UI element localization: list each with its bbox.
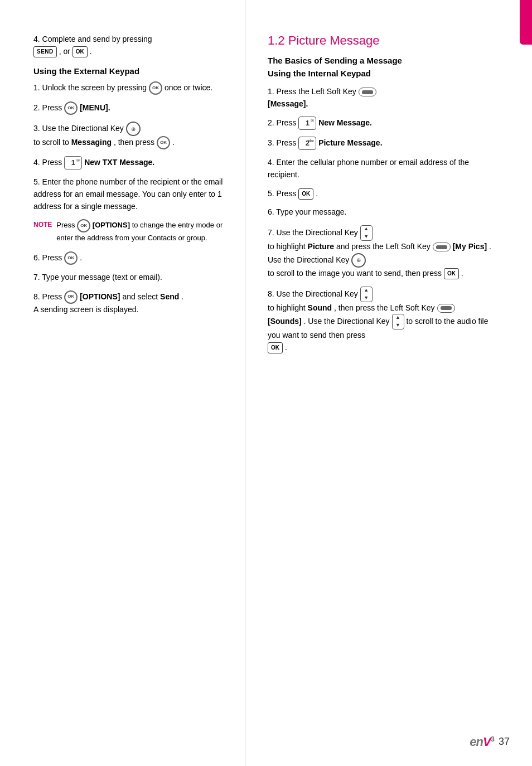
- ok-btn-step5: OK: [298, 188, 313, 200]
- ok-circle-icon-3: OK: [157, 136, 170, 149]
- internal-keypad-title: Using the Internal Keypad: [268, 69, 499, 78]
- page: 4. Complete and send by pressing SEND , …: [0, 0, 532, 766]
- external-keypad-title: Using the External Keypad: [33, 66, 228, 76]
- page-number: 37: [499, 736, 510, 748]
- brand-logo: enV3: [470, 735, 494, 749]
- ok-btn-8: OK: [268, 342, 283, 353]
- left-step4-or: , or: [59, 47, 72, 56]
- dir-key-circle-7: ⊕: [351, 253, 366, 268]
- basics-title: The Basics of Sending a Message: [268, 56, 499, 65]
- ext-step-5: 5. Enter the phone number of the recipie…: [33, 176, 228, 212]
- ok-btn-7: OK: [444, 268, 459, 279]
- ext-step-6: 6. Press OK .: [33, 251, 228, 265]
- left-soft-key-icon-1: [359, 88, 376, 96]
- ok-circle-icon: OK: [149, 81, 162, 95]
- key-2-icon-right: 2abc: [298, 137, 316, 150]
- ok-circle-8: OK: [64, 290, 78, 304]
- right-column: 1.2 Picture Message The Basics of Sendin…: [245, 0, 532, 766]
- ext-step-3: 3. Use the Directional Key ⊕ to scroll t…: [33, 122, 228, 149]
- key-1-icon: 1✉: [64, 156, 82, 169]
- ext-step-8: 8. Press OK [OPTIONS] and select Send . …: [33, 290, 228, 316]
- note-content: Press OK [OPTIONS] to change the entry m…: [56, 219, 228, 244]
- ext-step-2: 2. Press OK [MENU].: [33, 101, 228, 115]
- footer: enV3 37: [470, 735, 510, 749]
- pink-tab: [520, 0, 532, 45]
- left-step4-dot: .: [90, 47, 92, 56]
- ok-circle-6: OK: [64, 251, 78, 265]
- dir-key-icon: ⊕: [126, 122, 141, 136]
- right-step-6: 6. Type your message.: [268, 206, 499, 219]
- right-step-5: 5. Press OK .: [268, 188, 499, 200]
- ext-step-1: 1. Unlock the screen by pressing OK once…: [33, 81, 228, 95]
- right-step-8: 8. Use the Directional Key ▲▼ to highlig…: [268, 287, 499, 354]
- dir-key-ud-7: ▲▼: [360, 225, 373, 241]
- left-soft-key-7: [433, 243, 451, 251]
- left-soft-key-8: [437, 304, 455, 313]
- left-step4-text: 4. Complete and send by pressing: [33, 35, 152, 43]
- right-step-1: 1. Press the Left Soft Key [Message].: [268, 86, 499, 110]
- section-title: 1.2 Picture Message: [268, 33, 499, 48]
- send-button-icon: SEND: [33, 46, 57, 57]
- right-step-4: 4. Enter the cellular phone number or em…: [268, 157, 499, 181]
- ok-circle-icon-2: OK: [64, 101, 78, 115]
- ext-step-4: 4. Press 1✉ New TXT Message.: [33, 156, 228, 169]
- dir-key-ud-8: ▲▼: [360, 287, 373, 302]
- ext-step-7: 7. Type your message (text or email).: [33, 272, 228, 284]
- note-block: NOTE Press OK [OPTIONS] to change the en…: [33, 219, 228, 244]
- ok-circle-note: OK: [77, 219, 90, 232]
- dir-key-ud-8b: ▲▼: [392, 314, 404, 329]
- key-1-icon-right: 1✉: [298, 117, 316, 130]
- right-step-7: 7. Use the Directional Key ▲▼ to highlig…: [268, 225, 499, 279]
- left-step-4-complete: 4. Complete and send by pressing SEND , …: [33, 33, 228, 57]
- ok-button-icon: OK: [72, 46, 88, 57]
- right-step-3: 3. Press 2abc Picture Message.: [268, 137, 499, 150]
- right-step-2: 2. Press 1✉ New Message.: [268, 117, 499, 130]
- left-column: 4. Complete and send by pressing SEND , …: [0, 0, 245, 766]
